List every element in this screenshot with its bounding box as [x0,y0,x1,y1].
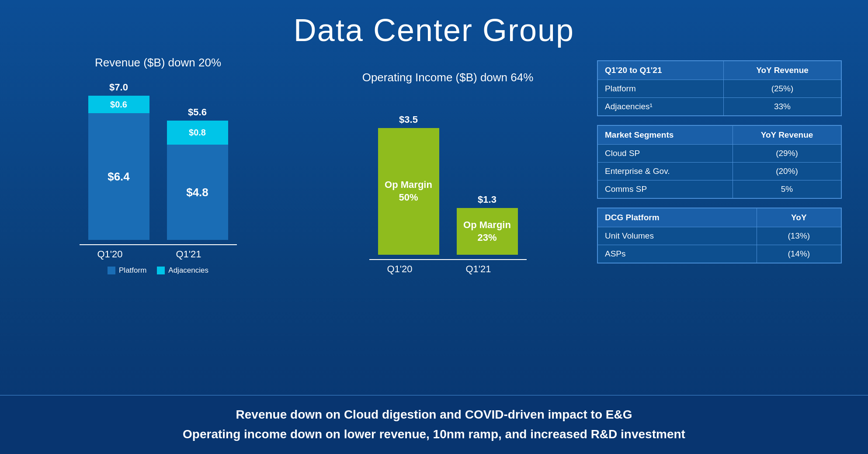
op-q120-bar: Op Margin 50% [378,128,439,255]
row-value: 33% [724,98,842,116]
row-label: Platform [597,80,724,98]
op-bar-q120: $3.5 Op Margin 50% [378,114,439,255]
charts-section: Revenue ($B) down 20% $7.0 $0.6 $6 [26,56,580,292]
row-value: (13%) [757,227,841,245]
op-q121-bar: Op Margin 23% [457,208,518,255]
dcg-platform-col1-header: DCG Platform [597,208,757,227]
table-row: Comms SP5% [597,180,841,199]
legend-platform-label: Platform [119,266,146,275]
rev-x-label-q120: Q1'20 [80,249,141,260]
page-title: Data Center Group [0,12,868,48]
rev-q121-platform-label: $4.8 [186,186,208,199]
footer-line2: Operating income down on lower revenue, … [26,425,842,444]
legend-adjacencies: Adjacencies [157,266,208,275]
platform-table-col1-header: Q1'20 to Q1'21 [597,61,724,80]
legend-adjacencies-box [157,267,165,274]
op-income-baseline: Q1'20 Q1'21 [369,259,527,275]
row-label: Comms SP [597,180,733,199]
rev-bar2-wrapper: $5.6 $0.8 $4.8 [167,107,228,240]
table-row: Cloud SP(29%) [597,145,841,163]
op-q121-margin-label: Op Margin 23% [463,219,511,244]
rev-q121-platform-bar: $4.8 [167,145,228,240]
rev-q120-adj-bar: $0.6 [88,96,149,113]
market-segments-col2-header: YoY Revenue [733,125,841,145]
rev-q120-adj-label: $0.6 [110,100,127,110]
op-bar2-wrapper: $1.3 Op Margin 23% [457,194,518,255]
dcg-platform-table: DCG Platform YoY Unit Volumes(13%)ASPs(1… [597,208,842,263]
row-label: Enterprise & Gov. [597,163,733,180]
rev-q121-adj-bar: $0.8 [167,121,228,145]
op-income-chart-container: Operating Income ($B) down 64% $3.5 Op M… [316,71,580,275]
row-value: (29%) [733,145,841,163]
table-row: Platform(25%) [597,80,841,98]
table-row: ASPs(14%) [597,245,841,263]
revenue-baseline: Q1'20 Q1'21 [80,244,237,260]
legend-platform-box [108,267,115,274]
op-income-bar-chart: $3.5 Op Margin 50% [378,93,518,259]
revenue-bar-chart: $7.0 $0.6 $6.4 [88,78,228,244]
row-value: (25%) [724,80,842,98]
row-label: Unit Volumes [597,227,757,245]
op-q121-total: $1.3 [478,194,496,205]
table-row: Adjacencies¹33% [597,98,841,116]
revenue-chart-container: Revenue ($B) down 20% $7.0 $0.6 $6 [26,56,290,275]
row-label: ASPs [597,245,757,263]
revenue-x-labels: Q1'20 Q1'21 [80,249,237,260]
row-value: (20%) [733,163,841,180]
op-bar1-wrapper: $3.5 Op Margin 50% [378,114,439,255]
market-segments-table: Market Segments YoY Revenue Cloud SP(29%… [597,125,842,199]
main-container: Data Center Group Revenue ($B) down 20% … [0,0,868,454]
legend-platform: Platform [108,266,146,275]
content-area: Revenue ($B) down 20% $7.0 $0.6 $6 [0,56,868,395]
op-q120-total: $3.5 [399,114,418,125]
market-segments-col1-header: Market Segments [597,125,733,145]
rev-q121-total: $5.6 [188,107,207,118]
rev-q120-total: $7.0 [109,82,128,93]
op-bar-q121: $1.3 Op Margin 23% [457,194,518,255]
row-label: Cloud SP [597,145,733,163]
footer-line1: Revenue down on Cloud digestion and COVI… [26,405,842,425]
table-row: Unit Volumes(13%) [597,227,841,245]
row-value: 5% [733,180,841,199]
platform-table: Q1'20 to Q1'21 YoY Revenue Platform(25%)… [597,60,842,116]
platform-table-col2-header: YoY Revenue [724,61,842,80]
dcg-platform-col2-header: YoY [757,208,841,227]
legend-adjacencies-label: Adjacencies [168,266,208,275]
table-row: Enterprise & Gov.(20%) [597,163,841,180]
rev-x-label-q121: Q1'21 [158,249,219,260]
rev-q120-platform-label: $6.4 [108,170,130,184]
revenue-bar-q120: $7.0 $0.6 $6.4 [88,82,149,240]
row-label: Adjacencies¹ [597,98,724,116]
op-income-baseline-line [369,259,527,260]
rev-q121-adj-label: $0.8 [189,128,206,138]
op-x-label-q121: Q1'21 [448,263,509,275]
row-value: (14%) [757,245,841,263]
op-income-x-labels: Q1'20 Q1'21 [369,263,527,275]
table-section: Q1'20 to Q1'21 YoY Revenue Platform(25%)… [597,56,842,272]
rev-q120-platform-bar: $6.4 [88,113,149,240]
revenue-legend: Platform Adjacencies [108,266,208,275]
rev-bar1-wrapper: $7.0 $0.6 $6.4 [88,82,149,240]
op-q120-margin-label: Op Margin 50% [385,179,432,204]
revenue-chart-title: Revenue ($B) down 20% [95,56,221,69]
footer-text: Revenue down on Cloud digestion and COVI… [26,405,842,444]
op-x-label-q120: Q1'20 [369,263,431,275]
footer-section: Revenue down on Cloud digestion and COVI… [0,395,868,454]
revenue-bar-q121: $5.6 $0.8 $4.8 [167,107,228,240]
op-income-chart-title: Operating Income ($B) down 64% [362,71,534,84]
title-section: Data Center Group [0,0,868,56]
revenue-baseline-line [80,244,237,245]
